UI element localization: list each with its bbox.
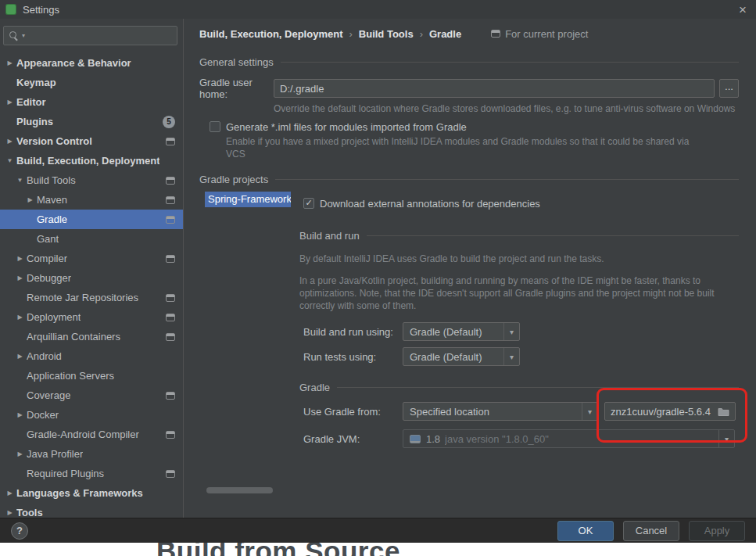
chevron-collapsed-icon[interactable]: ▶ xyxy=(15,314,25,321)
sidebar-item-required-plugins[interactable]: Required Plugins xyxy=(0,464,183,483)
chevron-collapsed-icon[interactable]: ▶ xyxy=(5,99,15,106)
sidebar-item-editor[interactable]: ▶Editor xyxy=(0,92,183,112)
gradle-jvm-label: Gradle JVM: xyxy=(303,433,403,445)
gradle-projects-area: Spring-Framework Download external annot… xyxy=(205,192,739,495)
chevron-down-icon[interactable]: ▾ xyxy=(718,430,734,447)
ok-button[interactable]: OK xyxy=(557,521,614,541)
sidebar-item-compiler[interactable]: ▶Compiler xyxy=(0,249,183,268)
gradle-jvm-select[interactable]: 1.8 java version "1.8.0_60" ▾ xyxy=(403,429,735,448)
download-annotations-label[interactable]: Download external annotations for depend… xyxy=(320,198,540,210)
scrollbar-thumb[interactable] xyxy=(206,487,273,493)
app-icon xyxy=(5,4,16,15)
chevron-collapsed-icon[interactable]: ▶ xyxy=(5,59,15,66)
sidebar-item-debugger[interactable]: ▶Debugger xyxy=(0,268,183,288)
sidebar-item-version-control[interactable]: ▶Version Control xyxy=(0,131,183,151)
section-gradle-projects-title: Gradle projects xyxy=(199,174,268,185)
sidebar-item-label: Editor xyxy=(16,96,46,108)
horizontal-scrollbar[interactable] xyxy=(206,487,289,493)
sidebar-item-languages-frameworks[interactable]: ▶Languages & Frameworks xyxy=(0,483,183,503)
apply-button[interactable]: Apply xyxy=(689,521,745,541)
sidebar-item-deployment[interactable]: ▶Deployment xyxy=(0,307,183,327)
gradle-jvm-detail: java version "1.8.0_60" xyxy=(445,433,549,445)
close-icon[interactable]: × xyxy=(739,3,747,16)
settings-search-input[interactable]: ▾ xyxy=(3,26,177,45)
chevron-down-icon[interactable]: ▾ xyxy=(503,323,519,340)
chevron-collapsed-icon[interactable]: ▶ xyxy=(15,353,25,360)
search-icon xyxy=(9,30,19,41)
section-build-and-run: Build and run xyxy=(299,229,739,242)
sidebar-item-coverage[interactable]: Coverage xyxy=(0,386,183,405)
sidebar-item-docker[interactable]: ▶Docker xyxy=(0,405,183,425)
generate-iml-label[interactable]: Generate *.iml files for modules importe… xyxy=(226,121,467,133)
project-settings-icon xyxy=(166,138,175,145)
chevron-expanded-icon[interactable]: ▼ xyxy=(5,157,15,164)
breadcrumb-separator-icon: › xyxy=(420,28,423,40)
chevron-collapsed-icon[interactable]: ▶ xyxy=(5,490,15,497)
sidebar-item-label: Plugins xyxy=(16,116,53,127)
gradle-location-input[interactable]: znz1cuuv/gradle-5.6.4 xyxy=(604,402,736,421)
project-list-item[interactable]: Spring-Framework xyxy=(205,192,291,207)
generate-iml-checkbox[interactable] xyxy=(210,121,220,132)
gradle-user-home-row: Gradle user home: D:/.gradle ... xyxy=(199,78,739,99)
settings-content: Build, Execution, Deployment › Build Too… xyxy=(184,19,756,518)
sidebar-item-build-tools[interactable]: ▼Build Tools xyxy=(0,170,183,190)
breadcrumb: Build, Execution, Deployment › Build Too… xyxy=(199,28,461,40)
download-annotations-row[interactable]: Download external annotations for depend… xyxy=(303,196,739,210)
build-run-using-row: Build and run using: Gradle (Default) ▾ xyxy=(303,321,739,342)
use-gradle-from-select[interactable]: Specified location ▾ xyxy=(403,402,598,421)
sidebar-item-build-execution-deployment[interactable]: ▼Build, Execution, Deployment xyxy=(0,151,183,170)
sidebar-item-label: Gradle xyxy=(37,213,67,225)
sidebar-item-remote-jar-repositories[interactable]: Remote Jar Repositories xyxy=(0,288,183,307)
sidebar-item-gradle-android-compiler[interactable]: Gradle-Android Compiler xyxy=(0,425,183,444)
sidebar-item-tools[interactable]: ▶Tools xyxy=(0,503,183,518)
section-divider xyxy=(337,387,739,388)
chevron-collapsed-icon[interactable]: ▶ xyxy=(15,450,25,457)
run-tests-using-select[interactable]: Gradle (Default) ▾ xyxy=(403,347,520,366)
sidebar-item-maven[interactable]: ▶Maven xyxy=(0,190,183,210)
search-options-chevron-icon[interactable]: ▾ xyxy=(22,32,25,39)
chevron-collapsed-icon[interactable]: ▶ xyxy=(15,255,25,262)
sidebar-item-keymap[interactable]: Keymap xyxy=(0,73,183,92)
folder-icon[interactable] xyxy=(718,407,729,417)
sidebar-item-label: Java Profiler xyxy=(27,448,83,460)
sidebar-item-label: Debugger xyxy=(27,272,71,284)
gradle-user-home-value: D:/.gradle xyxy=(280,83,324,95)
breadcrumb-build-execution-deployment[interactable]: Build, Execution, Deployment xyxy=(199,28,342,40)
gradle-user-home-input[interactable]: D:/.gradle xyxy=(274,79,715,98)
cancel-button[interactable]: Cancel xyxy=(623,521,679,541)
gradle-location-value: znz1cuuv/gradle-5.6.4 xyxy=(611,406,711,418)
chevron-expanded-icon[interactable]: ▼ xyxy=(15,177,25,184)
breadcrumb-build-tools[interactable]: Build Tools xyxy=(359,28,414,40)
help-icon: ? xyxy=(16,525,23,536)
sidebar-item-arquillian-containers[interactable]: Arquillian Containers xyxy=(0,327,183,346)
generate-iml-row[interactable]: Generate *.iml files for modules importe… xyxy=(210,120,739,134)
browse-button[interactable]: ... xyxy=(719,79,739,98)
sidebar-item-appearance-behavior[interactable]: ▶Appearance & Behavior xyxy=(0,53,183,73)
build-run-using-select[interactable]: Gradle (Default) ▾ xyxy=(403,322,520,341)
gradle-jvm-version: 1.8 xyxy=(426,433,440,445)
chevron-down-icon[interactable]: ▾ xyxy=(503,348,519,365)
chevron-collapsed-icon[interactable]: ▶ xyxy=(25,196,35,203)
run-tests-using-row: Run tests using: Gradle (Default) ▾ xyxy=(303,346,739,367)
gradle-user-home-hint: Override the default location where Grad… xyxy=(274,102,739,115)
sidebar-item-gant[interactable]: Gant xyxy=(0,229,183,249)
help-button[interactable]: ? xyxy=(11,522,28,540)
chevron-collapsed-icon[interactable]: ▶ xyxy=(5,509,15,516)
sidebar-item-label: Appearance & Behavior xyxy=(16,57,131,69)
section-gradle-projects: Gradle projects xyxy=(199,173,739,185)
jdk-icon xyxy=(410,435,421,443)
sidebar-item-application-servers[interactable]: Application Servers xyxy=(0,366,183,386)
chevron-down-icon[interactable]: ▾ xyxy=(582,403,597,420)
chevron-collapsed-icon[interactable]: ▶ xyxy=(15,411,25,418)
chevron-collapsed-icon[interactable]: ▶ xyxy=(15,274,25,282)
download-annotations-checkbox[interactable] xyxy=(303,198,314,209)
sidebar-item-java-profiler[interactable]: ▶Java Profiler xyxy=(0,444,183,464)
sidebar-item-gradle[interactable]: Gradle xyxy=(0,210,183,229)
sidebar-item-plugins[interactable]: Plugins5 xyxy=(0,112,183,131)
breadcrumb-gradle[interactable]: Gradle xyxy=(429,28,461,40)
chevron-collapsed-icon[interactable]: ▶ xyxy=(5,138,15,145)
gradle-projects-list[interactable]: Spring-Framework xyxy=(205,192,291,495)
sidebar-item-android[interactable]: ▶Android xyxy=(0,346,183,366)
sidebar-item-label: Remote Jar Repositories xyxy=(27,292,138,303)
sidebar-item-label: Maven xyxy=(37,194,67,206)
